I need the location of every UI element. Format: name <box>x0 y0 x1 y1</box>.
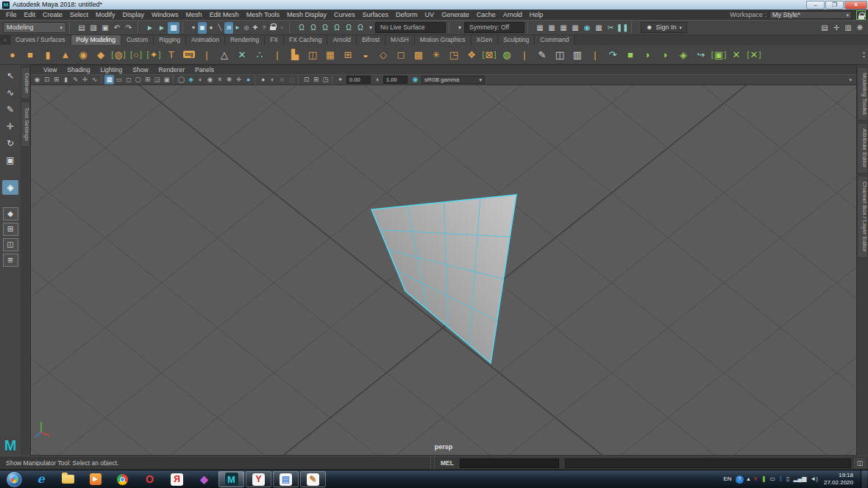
menu-item[interactable]: Generate <box>438 12 473 18</box>
language-indicator[interactable]: EN <box>723 476 731 482</box>
motion-blur-icon[interactable]: ✛ <box>234 75 243 85</box>
platonic-solid-icon[interactable]: ◍ <box>110 46 127 62</box>
mask-arrow-icon[interactable]: ▾ <box>189 22 198 34</box>
film-gate-icon[interactable]: ⊞ <box>143 75 152 85</box>
shelf-tab[interactable]: Rendering <box>225 35 265 45</box>
chrome-icon[interactable] <box>109 470 136 488</box>
duplicate-face-icon[interactable]: ◳ <box>445 46 463 62</box>
poly-cone-icon[interactable]: ▲ <box>57 46 74 62</box>
select-misc-mask-icon[interactable]: ✚ <box>251 22 260 34</box>
shelf-tab[interactable]: Sculpting <box>498 35 535 45</box>
make-live-icon[interactable]: ✕ <box>233 46 251 62</box>
soften-edge-icon[interactable]: ■ <box>622 46 639 62</box>
divider[interactable]: | <box>516 46 533 62</box>
grease-pencil-icon[interactable]: ∿ <box>90 75 99 85</box>
poly-pipe-icon[interactable]: ○ <box>127 46 145 62</box>
smooth-icon[interactable]: ▩ <box>410 46 427 62</box>
paint-selection-tool-icon[interactable]: ✎ <box>2 102 18 117</box>
pan-zoom-icon[interactable]: ✛ <box>80 75 90 85</box>
status-divider[interactable] <box>527 22 531 33</box>
workspace-lock-icon[interactable] <box>856 10 866 20</box>
live-surface-field[interactable]: No Live Surface <box>375 22 446 33</box>
panel-tab[interactable]: Attribute Editor <box>857 123 868 173</box>
menu-item[interactable]: Edit <box>21 12 40 18</box>
shelf-tab[interactable]: FX Caching <box>284 35 327 45</box>
color-management-icon[interactable]: ◉ <box>410 75 420 85</box>
shelf-menu-button[interactable]: − <box>0 35 10 45</box>
modeling-toolkit-toggle-icon[interactable]: ❋ <box>854 22 866 34</box>
booleans-icon[interactable]: ◻ <box>392 46 410 62</box>
media-player-icon[interactable]: ▶ <box>82 470 109 488</box>
select-line-mask-icon[interactable]: ╲ <box>216 22 224 34</box>
help-mask-icon[interactable]: ? <box>260 22 268 34</box>
panel-menu-item[interactable]: View <box>38 67 62 73</box>
circularize-icon[interactable]: ✳ <box>427 46 445 62</box>
safe-title-icon[interactable]: ▣ <box>162 75 171 85</box>
shelf-tab[interactable]: FX <box>265 35 284 45</box>
menu-item[interactable]: Surfaces <box>359 12 393 18</box>
photo-viewer-icon[interactable]: ▤ <box>273 471 299 487</box>
signal-tray-icon[interactable]: ▂▄▆ <box>793 476 806 482</box>
shelf-tab[interactable]: Animation <box>186 35 225 45</box>
toggle-soft-edge-icon[interactable]: ◗ <box>657 46 675 62</box>
panel-tab[interactable]: Tool Settings <box>21 101 30 147</box>
occlusion-icon[interactable]: ❋ <box>224 75 234 85</box>
render-settings-icon[interactable]: ▦ <box>569 22 581 34</box>
shelf-tab[interactable]: XGen <box>472 35 499 45</box>
frame-selection-icon[interactable]: ⊞ <box>311 75 321 85</box>
resolution-gate-icon[interactable]: ◲ <box>152 75 162 85</box>
select-marker-mask-icon[interactable]: ► <box>233 22 242 34</box>
panel-tab[interactable]: Outliner <box>21 67 30 99</box>
select-camera-icon[interactable]: ◉ <box>32 75 42 85</box>
maya-taskbar-icon[interactable]: M <box>218 471 244 487</box>
bridge-icon[interactable]: ⊠ <box>480 46 498 62</box>
explorer-icon[interactable] <box>54 470 82 488</box>
script-editor-button[interactable]: ◫ <box>854 458 866 468</box>
lock-selection-icon[interactable] <box>268 22 277 34</box>
menu-item[interactable]: Mesh Tools <box>243 12 283 18</box>
lasso-tool-icon[interactable]: ∿ <box>2 85 18 100</box>
svg-tool-icon[interactable]: svg <box>180 46 198 62</box>
status-divider[interactable] <box>631 22 635 33</box>
pause-viewport-icon[interactable]: ❚❚ <box>616 22 628 34</box>
panel-menu-item[interactable]: Lighting <box>95 67 127 73</box>
use-all-lights-icon[interactable]: ◉ <box>205 75 215 85</box>
display-tray-icon[interactable]: ▭ <box>770 476 776 482</box>
mel-input-field[interactable] <box>460 459 559 468</box>
camera-attributes-icon[interactable]: ⊞ <box>51 75 61 85</box>
poly-torus-icon[interactable]: ◉ <box>74 46 92 62</box>
shelf-tab[interactable]: Custom <box>121 35 154 45</box>
fill-hole-icon[interactable]: ▦ <box>321 46 339 62</box>
help-tray-icon[interactable]: ? <box>736 476 744 484</box>
select-component-icon[interactable]: ▩ <box>168 22 179 34</box>
attribute-editor-toggle-icon[interactable]: ▤ <box>819 22 830 34</box>
status-divider[interactable] <box>289 22 293 33</box>
xray-icon[interactable]: ◐ <box>268 75 277 85</box>
select-point-mask-icon[interactable]: ▣ <box>198 22 207 34</box>
symmetrize-icon[interactable]: ▣ <box>710 46 728 62</box>
divider[interactable]: | <box>198 46 216 62</box>
construction-plane-icon[interactable]: △ <box>216 46 233 62</box>
sign-in-button[interactable]: ☻ Sign In ▾ <box>641 22 687 33</box>
shelf-tab[interactable]: Poly Modeling <box>71 35 121 45</box>
save-scene-icon[interactable]: ▣ <box>99 22 111 34</box>
append-polygon-icon[interactable]: ⊞ <box>339 46 357 62</box>
make-object-live-icon[interactable]: Ω <box>355 22 366 34</box>
type-tool-icon[interactable]: T <box>163 46 180 62</box>
panel-tab[interactable]: Channel Box / Layer Editor <box>857 176 868 258</box>
ipr-render-icon[interactable]: ▦ <box>558 22 569 34</box>
menu-item[interactable]: Create <box>39 12 66 18</box>
select-tool-icon[interactable]: ↖ <box>2 68 18 83</box>
shelf-tab[interactable]: MASH <box>385 35 415 45</box>
frame-all-icon[interactable]: ⊡ <box>302 75 311 85</box>
smooth-shade-icon[interactable]: ◯ <box>177 75 186 85</box>
restore-button[interactable]: ❐ <box>825 1 844 10</box>
ie-icon[interactable]: e <box>27 470 54 488</box>
insert-edge-loop-icon[interactable]: ◫ <box>551 46 569 62</box>
select-hierarchy-icon[interactable]: ► <box>144 22 156 34</box>
highlight-selection-icon[interactable]: ▫ <box>277 22 286 34</box>
shelf-tab[interactable]: Bifrost <box>357 35 385 45</box>
spin-edge-icon[interactable]: ↪ <box>692 46 710 62</box>
select-curve-mask-icon[interactable]: ● <box>207 22 216 34</box>
mirror-geometry-icon[interactable]: ◇ <box>374 46 392 62</box>
